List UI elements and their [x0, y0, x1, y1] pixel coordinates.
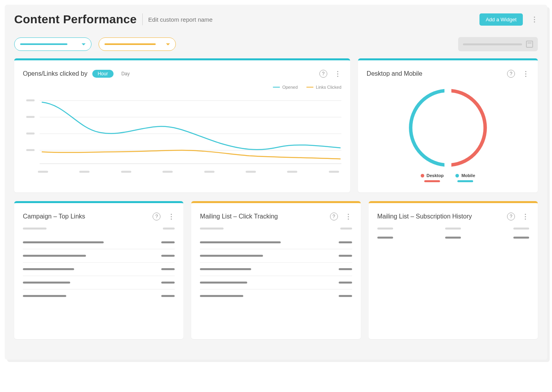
table-row [23, 236, 175, 249]
x-axis-ticks [23, 168, 341, 173]
filter-bar [14, 37, 538, 51]
table-row [200, 289, 352, 302]
svg-rect-10 [444, 161, 451, 169]
widget-click-tracking: Mailing List – Click Tracking ? [191, 201, 360, 339]
report-name-input[interactable] [148, 16, 251, 23]
page-title: Content Performance [14, 13, 137, 26]
chart-legend: Opened Links Clicked [23, 85, 341, 90]
table-row [23, 276, 175, 289]
widget-title: Campaign – Top Links [23, 213, 85, 220]
help-icon[interactable]: ? [153, 213, 160, 220]
donut-legend: Desktop Mobile [421, 173, 475, 182]
table-row [200, 276, 352, 289]
widget-title: Desktop and Mobile [367, 70, 422, 77]
widget-more-menu[interactable] [334, 68, 341, 79]
granularity-toggle: Hour Day [92, 70, 135, 78]
donut-chart: Desktop Mobile [367, 85, 529, 182]
svg-rect-9 [444, 86, 451, 95]
table-row [200, 263, 352, 276]
legend-links-clicked: Links Clicked [306, 85, 341, 90]
widget-subscription-history: Mailing List – Subscription History ? [369, 201, 538, 339]
filter-select-secondary[interactable] [99, 37, 176, 51]
help-icon[interactable]: ? [319, 70, 327, 78]
page-more-menu[interactable] [531, 14, 538, 25]
legend-mobile: Mobile [455, 173, 475, 182]
toggle-day[interactable]: Day [116, 70, 135, 78]
widget-header: Desktop and Mobile ? [367, 68, 529, 79]
toggle-hour[interactable]: Hour [92, 70, 114, 78]
svg-rect-4 [26, 99, 35, 101]
widget-more-menu[interactable] [168, 211, 175, 222]
filter-select-primary[interactable] [14, 37, 91, 51]
line-swatch-icon [273, 87, 280, 88]
chevron-down-icon [166, 43, 170, 45]
report-page: Content Performance Add a Widget Opens/L… [5, 5, 547, 360]
dot-icon [455, 174, 459, 177]
placeholder-bar [104, 43, 156, 45]
widget-more-menu[interactable] [522, 211, 529, 222]
widget-row-2: Campaign – Top Links ? Mailing List – Cl… [14, 201, 538, 339]
widget-header: Opens/Links clicked by Hour Day ? [23, 68, 341, 79]
chevron-down-icon [82, 43, 86, 45]
svg-rect-5 [26, 116, 35, 118]
calendar-icon [526, 41, 533, 48]
widget-row-1: Opens/Links clicked by Hour Day ? Opened… [14, 58, 538, 192]
widget-header: Mailing List – Click Tracking ? [200, 211, 352, 222]
widget-header: Mailing List – Subscription History ? [377, 211, 529, 222]
widget-title: Mailing List – Subscription History [377, 213, 472, 220]
date-range-picker[interactable] [458, 37, 538, 51]
dot-icon [421, 174, 424, 177]
table-row [200, 236, 352, 249]
widget-more-menu[interactable] [522, 68, 529, 79]
line-swatch-icon [306, 87, 313, 88]
table-row [23, 249, 175, 263]
widget-header: Campaign – Top Links ? [23, 211, 175, 222]
placeholder-bar [463, 43, 522, 45]
table-header [200, 228, 352, 230]
table-body [200, 236, 352, 302]
table-row [377, 237, 529, 239]
legend-desktop: Desktop [421, 173, 444, 182]
legend-value-bar [457, 180, 473, 182]
placeholder-bar [20, 43, 67, 45]
widget-device-split: Desktop and Mobile ? Desktop [358, 58, 538, 192]
svg-rect-6 [26, 133, 35, 134]
help-icon[interactable]: ? [507, 70, 515, 78]
legend-value-bar [424, 180, 440, 182]
widget-title: Opens/Links clicked by [23, 70, 88, 77]
table-header [377, 228, 529, 230]
widget-top-links: Campaign – Top Links ? [14, 201, 183, 339]
widget-opens-links: Opens/Links clicked by Hour Day ? Opened… [14, 58, 350, 192]
add-widget-button[interactable]: Add a Widget [479, 13, 523, 26]
table-row [23, 289, 175, 302]
table-row [23, 263, 175, 276]
svg-rect-7 [26, 149, 35, 151]
table-row [200, 249, 352, 263]
widget-more-menu[interactable] [345, 211, 352, 222]
table-body [23, 236, 175, 302]
line-chart [23, 93, 341, 168]
table-header [23, 228, 175, 230]
widget-title: Mailing List – Click Tracking [200, 213, 278, 220]
help-icon[interactable]: ? [330, 213, 338, 220]
help-icon[interactable]: ? [507, 213, 515, 220]
divider [142, 13, 143, 25]
page-header: Content Performance Add a Widget [14, 13, 538, 26]
legend-opened: Opened [273, 85, 298, 90]
